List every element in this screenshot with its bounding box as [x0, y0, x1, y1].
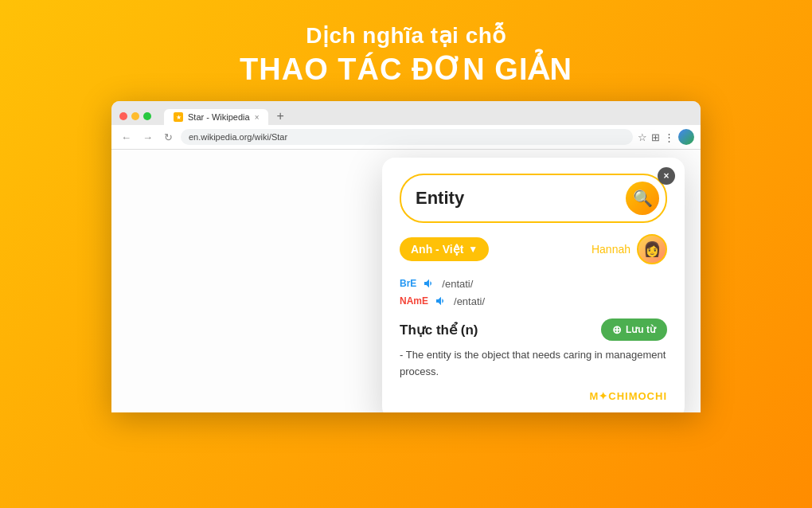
- save-label: Lưu từ: [626, 324, 656, 335]
- search-button[interactable]: 🔍: [626, 182, 659, 215]
- save-word-btn[interactable]: ⊕ Lưu từ: [601, 318, 667, 341]
- dot-green[interactable]: [143, 112, 151, 120]
- dot-red[interactable]: [119, 112, 127, 120]
- speaker-bre-btn[interactable]: [423, 277, 435, 290]
- definition-word: Thực thể (n): [400, 322, 478, 338]
- browser-content: × Entity 🔍 Anh - Việt ▼ Hannah: [111, 150, 701, 412]
- browser-window: ★ Star - Wikipedia × + ← → ↻ en.wikipedi…: [111, 101, 701, 412]
- pronunciation-bre: BrE /entati/: [400, 277, 667, 290]
- phonetic-bre: /entati/: [442, 278, 473, 290]
- pronunciation-name: NAmE /entati/: [400, 295, 667, 307]
- tab-favicon: ★: [174, 112, 183, 122]
- definition-section: Thực thể (n) ⊕ Lưu từ - The entity is th…: [400, 318, 667, 381]
- browser-tab-bar: ★ Star - Wikipedia × +: [164, 107, 289, 125]
- bookmark-icon[interactable]: ☆: [638, 131, 647, 143]
- dictionary-popup: × Entity 🔍 Anh - Việt ▼ Hannah: [382, 158, 685, 412]
- extensions-icon[interactable]: ⊞: [651, 131, 660, 143]
- definition-example: - The entity is the object that needs ca…: [400, 347, 667, 381]
- search-bar: Entity 🔍: [400, 174, 667, 223]
- search-word: Entity: [416, 188, 626, 209]
- hero-title: THAO TÁC ĐƠN GIẢN: [240, 52, 572, 87]
- avatar-emoji: 👩: [643, 240, 661, 258]
- brand-row: M✦CHIMOCHI: [400, 390, 667, 402]
- search-icon: 🔍: [633, 189, 653, 208]
- hero-subtitle: Dịch nghĩa tại chỗ: [240, 22, 572, 49]
- browser-dots: [119, 112, 151, 120]
- browser-container: ★ Star - Wikipedia × + ← → ↻ en.wikipedi…: [111, 101, 701, 412]
- hero-section: Dịch nghĩa tại chỗ THAO TÁC ĐƠN GIẢN: [240, 22, 572, 87]
- reload-btn[interactable]: ↻: [161, 130, 176, 145]
- popup-close-btn[interactable]: ×: [658, 167, 675, 185]
- dialect-name: NAmE: [400, 295, 428, 307]
- language-label: Anh - Việt: [411, 243, 463, 256]
- tab-label: Star - Wikipedia: [188, 112, 250, 122]
- back-btn[interactable]: ←: [118, 130, 135, 145]
- tab-close-btn[interactable]: ×: [255, 113, 260, 122]
- speaker-name-btn[interactable]: [435, 295, 447, 307]
- browser-nav-bar: ← → ↻ en.wikipedia.org/wiki/Star ☆ ⊞ ⋮: [111, 125, 701, 150]
- menu-icon[interactable]: ⋮: [664, 131, 674, 143]
- brand-logo: M✦CHIMOCHI: [589, 390, 667, 402]
- browser-top-bar: ★ Star - Wikipedia × +: [119, 107, 693, 125]
- browser-avatar[interactable]: [678, 129, 694, 145]
- phonetic-name: /entati/: [454, 295, 485, 307]
- browser-chrome: ★ Star - Wikipedia × +: [111, 101, 701, 125]
- browser-tab-active[interactable]: ★ Star - Wikipedia ×: [164, 109, 268, 125]
- forward-btn[interactable]: →: [139, 130, 156, 145]
- avatar: 👩: [637, 234, 667, 264]
- dialect-bre: BrE: [400, 278, 416, 289]
- lang-row: Anh - Việt ▼ Hannah 👩: [400, 234, 667, 264]
- nav-icons: ☆ ⊞ ⋮: [638, 129, 694, 145]
- user-name: Hannah: [591, 243, 630, 256]
- dot-yellow[interactable]: [131, 112, 139, 120]
- save-icon: ⊕: [612, 323, 622, 336]
- chevron-down-icon: ▼: [468, 244, 478, 255]
- pronunciation-section: BrE /entati/ NAmE: [400, 277, 667, 307]
- definition-row: Thực thể (n) ⊕ Lưu từ: [400, 318, 667, 341]
- url-text: en.wikipedia.org/wiki/Star: [189, 132, 287, 142]
- url-bar[interactable]: en.wikipedia.org/wiki/Star: [181, 129, 633, 145]
- user-row: Hannah 👩: [591, 234, 667, 264]
- new-tab-btn[interactable]: +: [271, 107, 288, 125]
- language-selector[interactable]: Anh - Việt ▼: [400, 237, 489, 261]
